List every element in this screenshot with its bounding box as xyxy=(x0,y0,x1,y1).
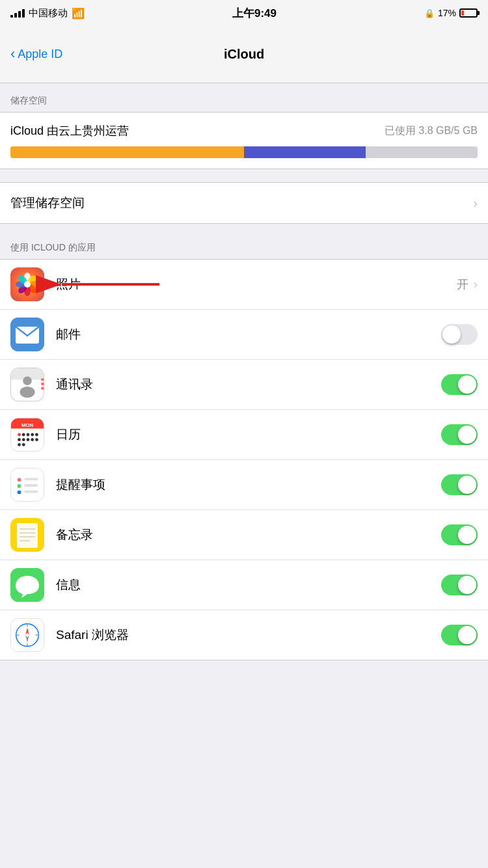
reminders-app-icon xyxy=(10,468,44,502)
svg-point-42 xyxy=(18,478,21,481)
signal-bars-icon xyxy=(10,9,25,18)
lock-icon: 🔒 xyxy=(424,8,435,18)
storage-section-header: 储存空间 xyxy=(0,83,488,112)
carrier-label: 中国移动 xyxy=(29,7,68,20)
battery-percent: 17% xyxy=(438,8,456,18)
app-row-reminders[interactable]: 提醒事项 xyxy=(0,460,488,510)
app-row-safari[interactable]: Safari 浏览器 xyxy=(0,610,488,660)
app-row-mail[interactable]: 邮件 xyxy=(0,310,488,360)
mail-toggle-area[interactable] xyxy=(441,324,478,345)
photos-status-text: 开 xyxy=(457,277,468,292)
svg-rect-22 xyxy=(41,383,44,385)
storage-info-row: iCloud 由云上贵州运营 已使用 3.8 GB/5 GB xyxy=(0,113,488,139)
calendar-app-name: 日历 xyxy=(56,426,441,443)
battery-icon xyxy=(459,8,478,18)
svg-point-19 xyxy=(23,377,31,385)
calendar-toggle-area[interactable] xyxy=(441,424,478,445)
svg-point-39 xyxy=(18,443,21,446)
nav-bar: ‹ Apple ID iCloud xyxy=(0,26,488,83)
progress-yellow xyxy=(10,146,244,158)
back-button[interactable]: ‹ Apple ID xyxy=(10,47,62,61)
status-time: 上午9:49 xyxy=(232,6,277,21)
storage-progress-bar xyxy=(10,146,478,158)
svg-point-36 xyxy=(27,438,30,441)
app-row-contacts[interactable]: 通讯录 xyxy=(0,360,488,410)
safari-app-icon xyxy=(10,618,44,652)
progress-blue xyxy=(244,146,366,158)
mail-app-name: 邮件 xyxy=(56,326,441,343)
chevron-right-icon: › xyxy=(473,196,478,211)
svg-rect-47 xyxy=(24,491,38,493)
back-label: Apple ID xyxy=(18,47,62,61)
svg-point-33 xyxy=(35,433,38,437)
mail-app-icon xyxy=(10,318,44,351)
svg-point-37 xyxy=(31,438,34,441)
photos-toggle-area: 开 › xyxy=(457,277,478,292)
chevron-left-icon: ‹ xyxy=(10,47,15,61)
svg-point-20 xyxy=(20,387,34,398)
app-row-notes[interactable]: 备忘录 xyxy=(0,510,488,560)
wifi-icon: 📶 xyxy=(72,7,85,20)
contacts-app-icon xyxy=(10,368,44,401)
status-bar: 中国移动 📶 上午9:49 🔒 17% xyxy=(0,0,488,26)
messages-app-name: 信息 xyxy=(56,576,441,593)
reminders-toggle[interactable] xyxy=(441,474,478,495)
storage-used: 已使用 3.8 GB/5 GB xyxy=(385,124,478,138)
svg-rect-45 xyxy=(24,484,38,487)
apps-list: 照片 开 › 邮件 xyxy=(0,259,488,660)
safari-toggle-area[interactable] xyxy=(441,625,478,645)
svg-point-46 xyxy=(18,491,21,495)
reminders-app-name: 提醒事项 xyxy=(56,476,441,493)
app-row-messages[interactable]: 信息 xyxy=(0,560,488,610)
svg-text:MON: MON xyxy=(21,422,33,428)
svg-point-34 xyxy=(18,438,21,441)
messages-app-icon xyxy=(10,568,44,602)
svg-rect-43 xyxy=(24,478,38,480)
svg-point-40 xyxy=(22,443,25,446)
calendar-app-icon: MON xyxy=(10,418,44,452)
reminders-toggle-area[interactable] xyxy=(441,474,478,495)
storage-card: iCloud 由云上贵州运营 已使用 3.8 GB/5 GB xyxy=(0,112,488,169)
calendar-toggle[interactable] xyxy=(441,424,478,445)
page-title: iCloud xyxy=(224,47,264,62)
svg-point-29 xyxy=(18,433,21,437)
contacts-app-name: 通讯录 xyxy=(56,376,441,393)
storage-provider: iCloud 由云上贵州运营 xyxy=(10,123,129,139)
safari-toggle[interactable] xyxy=(441,625,478,645)
safari-app-name: Safari 浏览器 xyxy=(56,627,441,644)
messages-toggle[interactable] xyxy=(441,575,478,595)
svg-point-35 xyxy=(22,438,25,441)
svg-point-44 xyxy=(18,484,21,488)
svg-rect-23 xyxy=(41,387,44,390)
contacts-toggle[interactable] xyxy=(441,374,478,395)
svg-point-31 xyxy=(27,433,30,437)
photos-app-name: 照片 xyxy=(56,276,457,293)
svg-rect-49 xyxy=(17,523,38,548)
svg-point-30 xyxy=(22,433,25,437)
app-row-calendar[interactable]: MON 日历 xyxy=(0,410,488,460)
status-right: 🔒 17% xyxy=(424,8,478,18)
apps-section-header: 使用 ICLOUD 的应用 xyxy=(0,230,488,259)
svg-point-38 xyxy=(35,438,38,441)
photos-app-icon xyxy=(10,267,44,301)
notes-toggle[interactable] xyxy=(441,524,478,545)
app-row-photos[interactable]: 照片 开 › xyxy=(0,259,488,310)
svg-point-11 xyxy=(24,281,31,288)
manage-storage-label: 管理储存空间 xyxy=(10,195,85,211)
notes-app-name: 备忘录 xyxy=(56,526,441,543)
notes-app-icon xyxy=(10,518,44,552)
svg-rect-21 xyxy=(41,378,44,381)
notes-toggle-area[interactable] xyxy=(441,524,478,545)
contacts-toggle-area[interactable] xyxy=(441,374,478,395)
status-left: 中国移动 📶 xyxy=(10,7,85,20)
mail-toggle[interactable] xyxy=(441,324,478,345)
manage-storage-row[interactable]: 管理储存空间 › xyxy=(0,182,488,224)
messages-toggle-area[interactable] xyxy=(441,575,478,595)
svg-point-32 xyxy=(31,433,34,437)
photos-chevron-icon: › xyxy=(474,278,478,292)
